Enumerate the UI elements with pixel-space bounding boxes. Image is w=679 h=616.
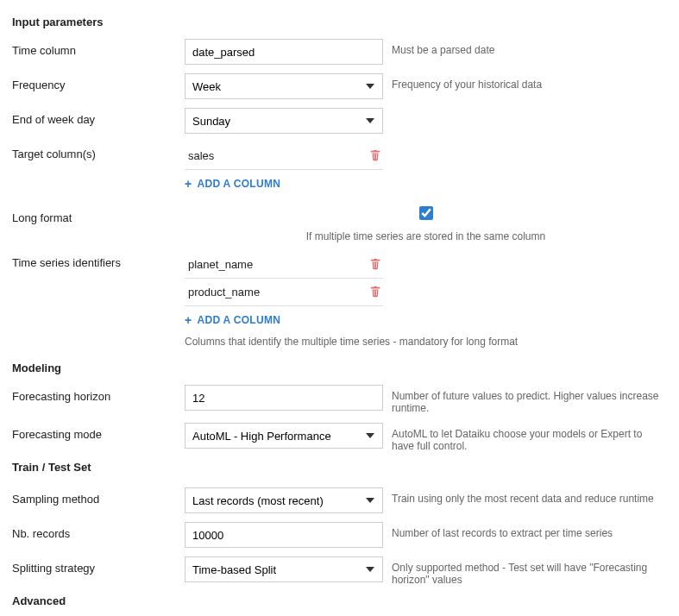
help-frequency: Frequency of your historical data [383,73,667,91]
forecasting-mode-select[interactable]: AutoML - High Performance [185,423,383,449]
label-frequency: Frequency [12,73,185,91]
sampling-method-select[interactable]: Last records (most recent) [185,487,383,513]
plus-icon: + [185,177,192,191]
label-ts-identifiers: Time series identifiers [12,251,185,269]
help-forecasting-horizon: Number of future values to predict. High… [383,385,667,414]
plus-icon: + [185,313,192,327]
section-advanced: Advanced [12,594,667,607]
help-ts-identifiers: Columns that identify the multiple time … [185,334,651,353]
list-item: sales [185,142,383,170]
label-forecasting-horizon: Forecasting horizon [12,385,185,403]
label-nb-records: Nb. records [12,522,185,540]
help-long-format: If multiple time series are stored in th… [306,230,545,242]
long-format-checkbox[interactable] [419,206,433,220]
nb-records-input[interactable] [185,522,383,548]
label-long-format: Long format [12,206,185,224]
add-target-column-button[interactable]: +ADD A COLUMN [185,170,383,198]
end-of-week-select[interactable]: Sunday [185,108,383,134]
trash-icon[interactable] [369,286,383,299]
section-train-test: Train / Test Set [12,461,667,474]
trash-icon[interactable] [369,258,383,272]
trash-icon[interactable] [369,149,383,163]
section-input-parameters: Input parameters [12,16,667,28]
splitting-strategy-select[interactable]: Time-based Split [185,556,383,582]
label-sampling-method: Sampling method [12,487,185,506]
ts-identifier-value: product_name [185,286,369,299]
label-splitting-strategy: Splitting strategy [12,556,185,575]
label-end-of-week: End of week day [12,108,185,126]
help-nb-records: Number of last records to extract per ti… [383,522,667,539]
target-column-value: sales [185,149,369,162]
list-item: product_name [185,279,383,306]
time-column-input[interactable] [185,39,383,65]
help-splitting-strategy: Only supported method - Test set will ha… [383,556,667,586]
ts-identifier-value: planet_name [185,258,369,271]
help-forecasting-mode: AutoML to let Dataiku choose your models… [383,423,667,452]
section-modeling: Modeling [12,361,667,374]
label-time-column: Time column [12,39,185,57]
help-sampling-method: Train using only the most recent data an… [383,487,667,505]
add-ts-identifier-button[interactable]: +ADD A COLUMN [185,306,383,334]
help-time-column: Must be a parsed date [383,39,667,56]
forecasting-horizon-input[interactable] [185,385,383,411]
frequency-select[interactable]: Week [185,73,383,99]
label-forecasting-mode: Forecasting mode [12,423,185,441]
label-target-columns: Target column(s) [12,142,185,160]
list-item: planet_name [185,251,383,279]
